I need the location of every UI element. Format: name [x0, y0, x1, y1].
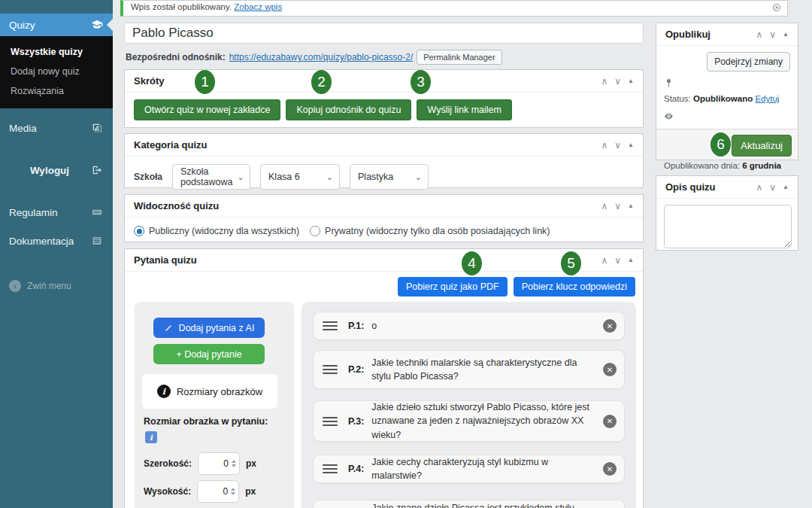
toggle-panel-icon[interactable]: ▲ [783, 31, 789, 38]
delete-question-icon[interactable]: ✕ [603, 319, 617, 333]
class-select[interactable]: Klasa 6 ⌄ [260, 164, 340, 190]
question-text: Jakie cechy charakteryzują styl kubizmu … [371, 455, 603, 482]
move-up-icon[interactable]: ∧ [601, 76, 607, 87]
move-up-icon[interactable]: ∧ [756, 182, 762, 193]
stepper-icon[interactable] [231, 488, 235, 495]
publish-panel-header[interactable]: Opublikuj ∧ ∨ ▲ [656, 23, 798, 46]
chevron-down-icon: ⌄ [326, 172, 333, 182]
school-type-select[interactable]: Szkoła podstawowa ⌄ [172, 164, 250, 190]
keyboard-grid-icon [90, 205, 104, 219]
toggle-panel-icon[interactable]: ▲ [783, 184, 789, 190]
category-panel-header[interactable]: Kategoria quizu ∧ ∨ ▲ [125, 134, 643, 157]
question-row[interactable]: P.3: Jakie dzieło sztuki stworzył Pablo … [313, 400, 625, 442]
delete-question-icon[interactable]: ✕ [603, 415, 617, 428]
private-radio-option[interactable]: Prywatny (widoczny tylko dla osób posiad… [310, 226, 550, 236]
radio-checked-icon[interactable] [134, 226, 144, 236]
download-answer-key-button[interactable]: Pobierz klucz odpowiedzi [514, 277, 635, 297]
move-down-icon[interactable]: ∨ [614, 76, 621, 87]
sidebar-item-logout[interactable]: Wyloguj [0, 158, 113, 182]
move-down-icon[interactable]: ∨ [769, 29, 776, 40]
toggle-panel-icon[interactable]: ▲ [628, 257, 634, 263]
view-post-link[interactable]: Zobacz wpis [234, 2, 282, 11]
delete-question-icon[interactable]: ✕ [603, 462, 617, 476]
question-row[interactable]: P.2: Jakie techniki malarskie są charakt… [313, 350, 625, 389]
permalink-row: Bezpośredni odnośnik: https://eduzabawy.… [126, 50, 502, 65]
move-down-icon[interactable]: ∨ [769, 182, 776, 193]
collapse-arrow-icon: ‹ [9, 280, 21, 292]
sidebar-item-media[interactable]: Media [0, 116, 113, 140]
update-button[interactable]: Aktualizuj [732, 135, 792, 157]
quiz-description-textarea[interactable] [664, 205, 792, 248]
question-number: P.3: [348, 416, 364, 427]
visibility-panel-header[interactable]: Widoczność quizu ∧ ∨ ▲ [125, 195, 643, 217]
info-icon[interactable]: i [145, 431, 157, 443]
sidebar-item-all-quizzes[interactable]: Wszystkie quizy [0, 42, 113, 62]
toggle-panel-icon[interactable]: ▲ [628, 202, 634, 209]
download-pdf-button[interactable]: Pobierz quiz jako PDF [398, 277, 508, 297]
ai-button-label: Dodaj pytania z AI [179, 323, 255, 333]
permalink-manager-button[interactable]: Permalink Manager [417, 50, 501, 65]
sidebar-item-solutions[interactable]: Rozwiązania [0, 81, 113, 101]
description-panel-header[interactable]: Opis quizu ∧ ∨ ▲ [656, 176, 798, 199]
stepper-icon[interactable] [232, 460, 236, 467]
public-radio-option[interactable]: Publiczny (widoczny dla wszystkich) [134, 226, 299, 236]
sidebar-item-quizy[interactable]: Quizy [0, 14, 113, 36]
move-up-icon[interactable]: ∧ [601, 201, 607, 211]
notice-text: Wpis został opublikowany. [131, 2, 232, 11]
width-label: Szerokość: [144, 458, 192, 469]
plus-icon: + [176, 349, 181, 360]
drag-handle-icon[interactable] [323, 417, 338, 426]
open-quiz-new-tab-button[interactable]: Otwórz quiz w nowej zakładce [134, 99, 280, 120]
move-up-icon[interactable]: ∧ [601, 255, 607, 266]
add-questions-ai-button[interactable]: Dodaj pytania z AI [153, 318, 265, 338]
move-down-icon[interactable]: ∨ [614, 255, 621, 266]
delete-question-icon[interactable]: ✕ [603, 363, 617, 376]
step-badge-2: 2 [311, 70, 332, 94]
collapse-menu-button[interactable]: ‹ Zwiń menu [0, 274, 113, 298]
question-row[interactable]: P.5: Jakie znane dzieło Picassa jest prz… [313, 500, 625, 508]
panel-title: Opublikuj [665, 29, 756, 40]
panel-title: Widoczność quizu [134, 200, 601, 211]
toggle-panel-icon[interactable]: ▲ [628, 141, 634, 148]
move-up-icon[interactable]: ∧ [756, 29, 762, 40]
pin-icon [664, 78, 674, 88]
height-value: 0 [223, 486, 228, 497]
dismiss-icon[interactable] [772, 2, 781, 14]
width-input[interactable]: 0 [198, 452, 240, 475]
info-icon: i [157, 385, 171, 398]
toggle-panel-icon[interactable]: ▲ [628, 78, 634, 84]
quiz-title-input[interactable] [124, 23, 644, 44]
radio-unchecked-icon[interactable] [310, 226, 320, 236]
move-down-icon[interactable]: ∨ [614, 201, 621, 211]
select-value: Plastyka [358, 172, 393, 182]
status-label: Status: [664, 94, 691, 103]
admin-sidebar: Quizy Wszystkie quizy Dodaj nowy quiz Ro… [0, 0, 113, 508]
copy-quiz-link-button[interactable]: Kopiuj odnośnik do quizu [286, 99, 411, 120]
panel-title: Kategoria quizu [134, 139, 601, 151]
question-row[interactable]: P.4: Jakie cechy charakteryzują styl kub… [313, 455, 625, 483]
permalink-url[interactable]: https://eduzabawy.com/quizy/pablo-picass… [229, 52, 414, 62]
description-panel: Opis quizu ∧ ∨ ▲ [656, 175, 798, 251]
px-unit: px [246, 458, 256, 469]
add-question-button[interactable]: + Dodaj pytanie [153, 344, 265, 364]
brush-icon [164, 323, 174, 333]
sidebar-item-terms[interactable]: Regulamin [0, 200, 113, 224]
send-link-email-button[interactable]: Wyślij link mailem [417, 99, 512, 120]
edit-status-link[interactable]: Edytuj [755, 94, 779, 103]
question-text: Jakie techniki malarskie są charakteryst… [371, 356, 603, 383]
drag-handle-icon[interactable] [323, 365, 338, 374]
chevron-down-icon: ⌄ [238, 172, 244, 182]
move-down-icon[interactable]: ∨ [614, 140, 621, 151]
question-row[interactable]: P.1: o ✕ [313, 312, 625, 340]
preview-changes-button[interactable]: Podejrzyj zmiany [707, 52, 790, 71]
move-up-icon[interactable]: ∧ [601, 140, 607, 151]
document-list-icon [90, 234, 104, 248]
sidebar-item-documentation[interactable]: Dokumentacja [0, 229, 113, 253]
sidebar-item-add-quiz[interactable]: Dodaj nowy quiz [0, 62, 113, 81]
drag-handle-icon[interactable] [323, 321, 338, 330]
height-input[interactable]: 0 [197, 480, 239, 503]
drag-handle-icon[interactable] [323, 464, 338, 473]
subject-select[interactable]: Plastyka ⌄ [350, 164, 429, 190]
select-value: Szkoła podstawowa [180, 166, 232, 187]
question-text: o [371, 319, 603, 333]
